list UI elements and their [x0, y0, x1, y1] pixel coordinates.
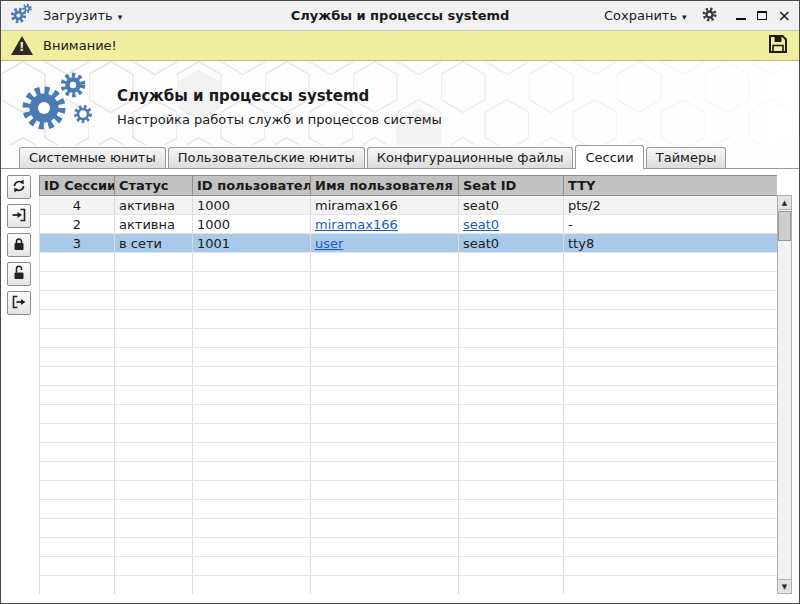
load-button-label: Загрузить: [43, 8, 113, 23]
logout-session-button[interactable]: [7, 291, 31, 315]
settings-button[interactable]: [701, 6, 718, 26]
tab-system-units[interactable]: Системные юниты: [19, 147, 166, 168]
tab-user-units[interactable]: Пользовательские юниты: [168, 147, 365, 168]
cell-status: активна: [119, 198, 175, 213]
table-cell-empty: [40, 348, 115, 367]
gear-icon: [701, 11, 718, 26]
scroll-down-button[interactable]: ▼: [778, 579, 791, 593]
cell-tty: tty8: [568, 236, 594, 251]
load-button[interactable]: Загрузить ▾: [43, 8, 122, 23]
column-header-user-name[interactable]: Имя пользователя: [311, 176, 459, 196]
table-cell-empty: [115, 557, 193, 576]
tab-bar: Системные юниты Пользовательские юниты К…: [1, 145, 799, 169]
unlock-icon: [11, 265, 27, 284]
refresh-icon: [11, 178, 27, 197]
warning-exclamation: !: [19, 40, 24, 54]
user-name-link[interactable]: user: [315, 236, 343, 251]
minimize-icon: [736, 18, 746, 20]
table-row-empty: [40, 386, 778, 405]
table-cell-empty: [311, 424, 459, 443]
table-cell-empty: [459, 329, 564, 348]
cell-session-id: 2: [73, 217, 81, 232]
session-table-body: 4 активна 1000 miramax166 seat0 pts/2 2 …: [40, 196, 778, 595]
table-cell-empty: [311, 538, 459, 557]
tab-config-files[interactable]: Конфигурационные файлы: [367, 147, 574, 168]
lock-session-button[interactable]: [7, 233, 31, 257]
cell-user-id: 1000: [197, 198, 230, 213]
cell-user-name: miramax166: [315, 198, 398, 213]
table-cell-empty: [311, 576, 459, 595]
table-row[interactable]: 2 активна 1000 miramax166 seat0 -: [40, 215, 778, 234]
table-row[interactable]: 4 активна 1000 miramax166 seat0 pts/2: [40, 196, 778, 215]
gears-illustration: [17, 70, 99, 139]
maximize-button[interactable]: [757, 8, 767, 23]
table-row-empty: [40, 424, 778, 443]
table-row-empty: [40, 538, 778, 557]
column-header-status[interactable]: Статус: [115, 176, 193, 196]
warning-icon: !: [11, 36, 33, 55]
column-header-session-id[interactable]: ID Сессии: [40, 176, 115, 196]
table-row-empty: [40, 443, 778, 462]
table-cell-empty: [40, 272, 115, 291]
seat-id-link[interactable]: seat0: [463, 217, 499, 232]
table-row-selected[interactable]: 3 в сети 1001 user seat0 tty8: [40, 234, 778, 253]
sessions-table: ID Сессии Статус ID пользователя Имя пол…: [39, 175, 777, 594]
refresh-button[interactable]: [7, 175, 31, 199]
tab-sessions[interactable]: Сессии: [575, 145, 643, 169]
table-cell-empty: [564, 576, 778, 595]
table-cell-empty: [40, 519, 115, 538]
close-button[interactable]: ×: [778, 9, 791, 23]
table-cell-empty: [459, 272, 564, 291]
cell-tty: pts/2: [568, 198, 601, 213]
column-header-tty[interactable]: TTY: [564, 176, 778, 196]
table-cell-empty: [115, 310, 193, 329]
table-cell-empty: [193, 443, 311, 462]
column-header-seat-id[interactable]: Seat ID: [459, 176, 564, 196]
page-title: Службы и процессы systemd: [117, 87, 369, 105]
logout-icon: [11, 294, 27, 313]
table-cell-empty: [40, 367, 115, 386]
minimize-button[interactable]: [736, 8, 746, 23]
table-cell-empty: [115, 576, 193, 595]
login-session-button[interactable]: [7, 204, 31, 228]
page-subtitle: Настройка работы служб и процессов систе…: [117, 112, 442, 127]
table-row-empty: [40, 405, 778, 424]
table-cell-empty: [564, 424, 778, 443]
table-cell-empty: [40, 576, 115, 595]
table-cell-empty: [459, 576, 564, 595]
table-cell-empty: [193, 405, 311, 424]
table-cell-empty: [564, 500, 778, 519]
table-cell-empty: [193, 310, 311, 329]
scroll-up-button[interactable]: ▲: [778, 196, 791, 210]
table-cell-empty: [115, 329, 193, 348]
table-cell-empty: [193, 557, 311, 576]
table-cell-empty: [115, 405, 193, 424]
save-button[interactable]: Сохранить ▾: [604, 8, 687, 23]
table-cell-empty: [40, 557, 115, 576]
table-cell-empty: [115, 348, 193, 367]
table-cell-empty: [564, 443, 778, 462]
table-cell-empty: [115, 462, 193, 481]
column-header-user-id[interactable]: ID пользователя: [193, 176, 311, 196]
table-cell-empty: [459, 481, 564, 500]
table-cell-empty: [40, 329, 115, 348]
save-file-button[interactable]: [767, 33, 789, 58]
table-row-empty: [40, 329, 778, 348]
table-cell-empty: [193, 576, 311, 595]
user-name-link[interactable]: miramax166: [315, 217, 398, 232]
vertical-scrollbar[interactable]: ▲ ▼: [777, 195, 792, 594]
table-cell-empty: [459, 424, 564, 443]
app-header: Службы и процессы systemd Настройка рабо…: [1, 61, 799, 145]
cell-tty: -: [568, 217, 573, 232]
table-cell-empty: [193, 500, 311, 519]
table-cell-empty: [459, 310, 564, 329]
scrollbar-thumb[interactable]: [778, 211, 791, 241]
table-row-empty: [40, 557, 778, 576]
table-cell-empty: [193, 424, 311, 443]
table-cell-empty: [564, 253, 778, 272]
table-row-empty: [40, 576, 778, 595]
tab-timers[interactable]: Таймеры: [646, 147, 727, 168]
table-cell-empty: [459, 291, 564, 310]
unlock-session-button[interactable]: [7, 262, 31, 286]
chevron-down-icon: ▾: [682, 12, 687, 22]
